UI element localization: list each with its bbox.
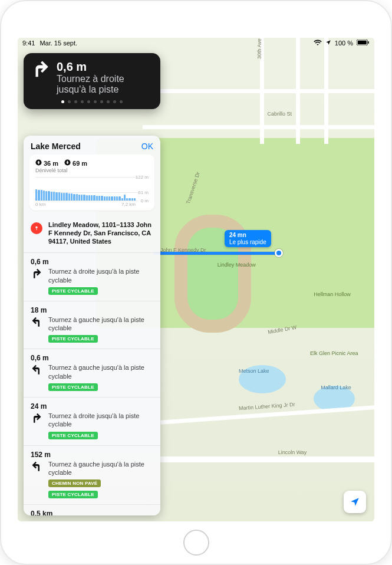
turn-right-icon — [31, 60, 51, 80]
step-row[interactable]: 0,6 mTournez à gauche jusqu'à la piste c… — [24, 349, 160, 398]
turn-right-icon — [31, 268, 42, 282]
turn-left-icon — [31, 364, 42, 379]
elev-up: 36 m — [44, 160, 58, 167]
step-instruction: Tournez à droite jusqu'à la piste cyclab… — [48, 267, 153, 284]
svg-rect-6 — [37, 228, 37, 230]
step-row[interactable]: 24 mTournez à droite jusqu'à la piste cy… — [24, 398, 160, 446]
battery-percent: 100 % — [335, 40, 353, 47]
step-instruction: Tournez à droite jusqu'à la piste cyclab… — [48, 412, 153, 429]
nav-instruction: Tournez à droite jusqu'à la piste — [57, 74, 153, 96]
battery-icon — [357, 40, 370, 47]
poi-mallard: Mallard Lake — [321, 385, 351, 390]
pin-icon — [31, 222, 42, 234]
route-time-badge[interactable]: 24 mn Le plus rapide — [225, 230, 271, 247]
route-polyline — [153, 252, 277, 255]
route-tag: PISTE CYCLABLE — [48, 491, 98, 498]
ok-button[interactable]: OK — [141, 142, 153, 151]
route-tag: PISTE CYCLABLE — [48, 287, 98, 295]
svg-rect-1 — [358, 41, 367, 45]
down-arrow-icon — [64, 159, 71, 167]
elevation-chart: 122 m 61 m 0 m — [35, 177, 149, 208]
step-row[interactable]: 152 mTournez à gauche jusqu'à la piste c… — [24, 446, 160, 505]
step-distance: 0,6 m — [31, 354, 153, 362]
step-distance: 18 m — [31, 306, 153, 314]
svg-rect-2 — [368, 41, 369, 44]
street-label-cabrillo: Cabrillo St — [268, 111, 292, 117]
turn-left-icon — [31, 317, 42, 331]
route-time: 24 mn — [229, 232, 266, 239]
destination-row[interactable]: Lindley Meadow, 1101–1133 John F Kennedy… — [24, 215, 160, 253]
elev-down: 69 m — [73, 160, 87, 167]
step-instruction: Tournez à gauche jusqu'à la piste cyclab… — [48, 316, 153, 333]
wifi-icon — [314, 40, 322, 47]
step-row[interactable]: 0,5 km — [24, 505, 160, 515]
location-status-icon — [325, 40, 331, 47]
turn-left-icon — [31, 461, 42, 475]
recenter-button[interactable] — [344, 491, 366, 513]
route-tag: PISTE CYCLABLE — [48, 383, 98, 391]
current-location-dot — [275, 249, 283, 257]
street-label-mlk: Martin Luther King Jr Dr — [239, 402, 295, 412]
poi-metson: Metson Lake — [239, 368, 269, 374]
status-time: 9:41 — [22, 40, 35, 47]
step-row[interactable]: 18 mTournez à gauche jusqu'à la piste cy… — [24, 301, 160, 350]
status-date: Mar. 15 sept. — [39, 40, 77, 47]
destination-address: Lindley Meadow, 1101–1133 John F Kennedy… — [48, 221, 153, 245]
panel-title: Lake Merced — [31, 142, 141, 151]
poi-elkglen: Elk Glen Picnic Area — [310, 350, 358, 356]
step-distance: 0,5 km — [31, 510, 153, 515]
turn-by-turn-banner[interactable]: 0,6 m Tournez à droite jusqu'à la piste — [24, 53, 160, 109]
steps-list[interactable]: Lindley Meadow, 1101–1133 John F Kennedy… — [24, 215, 160, 515]
poi-lindley: Lindley Meadow — [218, 262, 256, 268]
banner-page-dots — [31, 100, 153, 103]
step-instruction: Tournez à gauche jusqu'à la piste cyclab… — [48, 363, 153, 380]
nav-distance: 0,6 m — [57, 60, 153, 73]
poi-hellman: Hellman Hollow — [314, 291, 351, 297]
route-qualifier: Le plus rapide — [229, 239, 266, 246]
step-distance: 152 m — [31, 451, 153, 459]
screen: 9:41 Mar. 15 sept. 100 % — [18, 38, 374, 521]
elevation-card[interactable]: 36 m 69 m Dénivelé total 122 m 61 m 0 m … — [29, 155, 154, 211]
status-bar: 9:41 Mar. 15 sept. 100 % — [18, 38, 374, 48]
step-row[interactable]: 0,6 mTournez à droite jusqu'à la piste c… — [24, 253, 160, 301]
home-button[interactable] — [183, 530, 209, 556]
directions-panel: Lake Merced OK 36 m 69 m Dénivelé total … — [24, 136, 160, 515]
route-tag: CHEMIN NON PAVÉ — [48, 479, 101, 487]
street-label-lincoln: Lincoln Way — [278, 449, 307, 455]
ipad-frame: 9:41 Mar. 15 sept. 100 % — [0, 0, 392, 565]
route-tag: PISTE CYCLABLE — [48, 432, 98, 439]
elev-subtitle: Dénivelé total — [35, 167, 149, 173]
step-instruction: Tournez à gauche jusqu'à la piste cyclab… — [48, 460, 153, 477]
step-distance: 0,6 m — [31, 258, 153, 266]
up-arrow-icon — [35, 159, 42, 167]
route-tag: PISTE CYCLABLE — [48, 335, 98, 343]
step-distance: 24 m — [31, 402, 153, 410]
turn-right-icon — [31, 413, 42, 427]
